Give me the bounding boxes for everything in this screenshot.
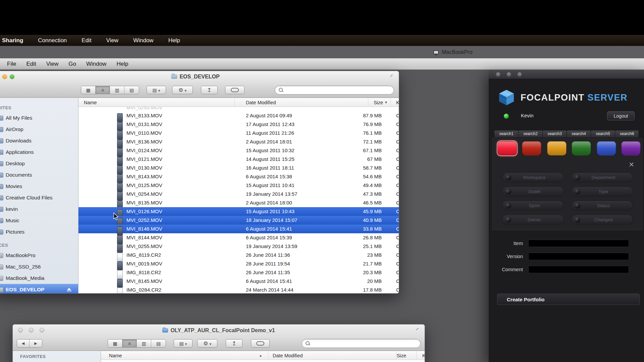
file-row[interactable]: MVI_0110.MOV 11 August 2011 21:26 76.1 M…: [78, 129, 399, 137]
color-swatch-button[interactable]: [522, 141, 541, 156]
zoom-button[interactable]: [517, 72, 522, 77]
sidebar-device-item[interactable]: MacBookPro: [0, 250, 78, 261]
list-view-button[interactable]: [96, 86, 110, 94]
search-tab[interactable]: search1: [494, 130, 518, 138]
close-button[interactable]: [496, 72, 500, 77]
eject-icon[interactable]: [67, 288, 71, 291]
search-field[interactable]: [302, 339, 421, 348]
search-tab[interactable]: search3: [542, 130, 567, 138]
sidebar-item[interactable]: Documents: [0, 169, 78, 181]
file-row[interactable]: MVI_0019.MOV 28 June 2011 19:54 21.7 MB …: [78, 259, 399, 268]
window-titlebar[interactable]: EOS_DEVELOP: [0, 71, 399, 82]
file-row[interactable]: MVI_8146.MOV 6 August 2014 15:41 33.8 MB…: [78, 225, 399, 233]
arrange-button[interactable]: [147, 86, 166, 94]
filter-dropdown[interactable]: Workspace: [502, 172, 564, 182]
color-swatch-button[interactable]: [547, 141, 567, 156]
sidebar-device-item[interactable]: Mac_SSD_256: [0, 261, 78, 273]
remote-menu-item[interactable]: Window: [86, 61, 106, 67]
action-gear-button[interactable]: [172, 86, 193, 94]
host-menu-item[interactable]: Sharing: [2, 37, 23, 44]
file-row[interactable]: IMG_8118.CR2 26 June 2014 11:35 20.3 MB …: [78, 268, 399, 277]
search-field[interactable]: [275, 85, 394, 95]
remote-menu-item[interactable]: Help: [116, 61, 128, 67]
fullscreen-icon[interactable]: [390, 74, 395, 79]
tag-button[interactable]: [225, 86, 245, 94]
color-swatch-button[interactable]: [497, 141, 517, 156]
share-button[interactable]: [201, 86, 218, 94]
file-row[interactable]: MVI_8144.MOV 6 August 2014 15:39 26.8 MB…: [78, 233, 399, 242]
file-row[interactable]: MVI_0252.MOV 18 January 2014 15:07 40.9 …: [78, 216, 399, 225]
filter-dropdown[interactable]: Sport: [502, 200, 564, 210]
column-view-button[interactable]: [137, 340, 151, 347]
logout-button[interactable]: Logout: [607, 111, 635, 120]
file-row[interactable]: MVI_0255.MOV 19 January 2014 13:59 25.1 …: [78, 242, 399, 251]
coverflow-view-button[interactable]: [151, 340, 166, 347]
sidebar-item[interactable]: Applications: [0, 146, 78, 158]
file-row[interactable]: MVI_0130.MOV 16 August 2011 18:11 58.7 M…: [78, 164, 399, 172]
file-row[interactable]: MVI_8145.MOV 6 August 2014 15:41 20 MB C: [78, 277, 399, 286]
remote-menu-item[interactable]: File: [7, 61, 16, 67]
list-view-button[interactable]: [122, 340, 137, 347]
window-titlebar[interactable]: [489, 70, 644, 79]
close-icon[interactable]: ✕: [629, 161, 634, 168]
filter-dropdown[interactable]: Changed: [571, 215, 633, 225]
column-view-button[interactable]: [110, 86, 124, 94]
file-row[interactable]: MVI_8135.MOV 2 August 2014 18:00 46.5 MB…: [78, 198, 399, 207]
sidebar-item[interactable]: All My Files: [0, 112, 78, 124]
search-tab[interactable]: search2: [518, 130, 542, 138]
host-menu-item[interactable]: Help: [168, 37, 180, 44]
file-row-partial[interactable]: MVI_0253.MOV: [78, 107, 399, 111]
back-button[interactable]: [17, 340, 30, 347]
field-input[interactable]: [528, 240, 629, 247]
minimize-button[interactable]: [506, 72, 511, 77]
sidebar-device-item[interactable]: MacBook_Media: [0, 273, 78, 284]
sidebar-device-item[interactable]: EOS_DEVELOP: [0, 284, 78, 293]
sidebar-item[interactable]: Pictures: [0, 226, 78, 238]
sidebar-item[interactable]: Desktop: [0, 158, 78, 169]
column-name[interactable]: Name: [109, 351, 122, 360]
field-input[interactable]: [528, 266, 629, 273]
filter-dropdown[interactable]: Status: [571, 200, 633, 210]
icon-view-button[interactable]: [81, 86, 96, 94]
file-row[interactable]: MVI_8133.MOV 2 August 2014 09:49 87.9 MB…: [78, 111, 399, 120]
file-row[interactable]: MVI_0124.MOV 15 August 2011 10:32 67.1 M…: [78, 146, 399, 155]
sidebar-item[interactable]: Creative Cloud Files: [0, 192, 78, 203]
column-date-modified[interactable]: Date Modified: [273, 351, 303, 360]
host-menu-item[interactable]: View: [106, 37, 119, 44]
column-name[interactable]: Name: [84, 98, 97, 107]
filter-dropdown[interactable]: Type: [571, 186, 633, 196]
host-menu-item[interactable]: Window: [133, 37, 153, 44]
search-tab[interactable]: search6: [615, 130, 639, 138]
field-input[interactable]: [528, 253, 629, 260]
fullscreen-icon[interactable]: [416, 327, 421, 333]
file-row[interactable]: MVI_0125.MOV 15 August 2011 10:41 49.4 M…: [78, 181, 399, 190]
search-tab[interactable]: search4: [567, 130, 591, 138]
tag-button[interactable]: [251, 339, 270, 348]
create-portfolio-button[interactable]: Create Portfolio: [497, 294, 640, 305]
color-swatch-button[interactable]: [572, 141, 591, 156]
file-row[interactable]: MVI_0131.MOV 17 August 2011 12:43 76.9 M…: [78, 120, 399, 129]
file-row[interactable]: IMG_8119.CR2 26 June 2014 11:36 23 MB C: [78, 251, 399, 259]
coverflow-view-button[interactable]: [124, 86, 139, 94]
filter-dropdown[interactable]: Department: [571, 172, 633, 182]
file-row[interactable]: MVI_0126.MOV 15 August 2011 10:43 45.9 M…: [78, 207, 399, 216]
file-row[interactable]: IMG_0284.CR2 24 March 2014 14:44 17.8 MB…: [78, 286, 399, 293]
arrange-button[interactable]: [174, 339, 193, 348]
window-titlebar[interactable]: OLY_ATP_AUR_CL_FocalPoint Demo_v1: [13, 324, 425, 336]
forward-button[interactable]: [30, 340, 42, 347]
column-date-modified[interactable]: Date Modified: [246, 98, 276, 107]
search-tab[interactable]: search5: [591, 130, 615, 138]
host-menu-item[interactable]: Edit: [82, 37, 91, 44]
remote-menu-item[interactable]: View: [46, 61, 59, 67]
sidebar-item[interactable]: Downloads: [0, 135, 78, 146]
host-menu-item[interactable]: Connection: [38, 37, 67, 44]
file-row[interactable]: MVI_8143.MOV 6 August 2014 15:38 54.6 MB…: [78, 172, 399, 181]
action-gear-button[interactable]: [197, 339, 217, 348]
file-row[interactable]: MVI_0121.MOV 14 August 2011 15:25 67 MB …: [78, 155, 399, 164]
remote-menu-item[interactable]: Edit: [26, 61, 36, 67]
column-kind[interactable]: K: [422, 351, 425, 360]
sidebar-item[interactable]: AirDrop: [0, 124, 78, 135]
filter-dropdown[interactable]: Owner: [502, 215, 564, 225]
sidebar-item[interactable]: Music: [0, 215, 78, 226]
color-swatch-button[interactable]: [597, 141, 616, 156]
